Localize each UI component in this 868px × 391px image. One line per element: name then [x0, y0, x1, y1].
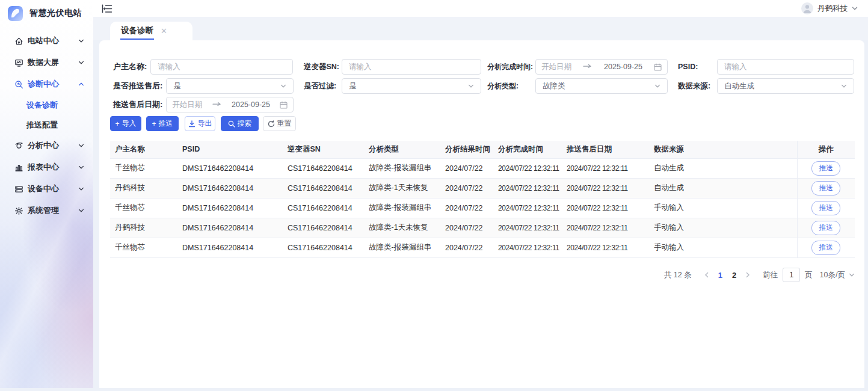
calendar-icon: [280, 101, 288, 109]
prev-page-icon[interactable]: [704, 272, 710, 278]
plus-icon: +: [115, 120, 119, 128]
chevron-down-icon: [78, 164, 84, 170]
filter-pushed: 是否推送售后: 是: [113, 78, 294, 94]
filtered-label: 是否过滤:: [304, 81, 340, 91]
table-cell: CS1716462208414: [283, 158, 364, 178]
diagnosis-table: 户主名称PSID逆变器SN分析类型分析结果时间分析完成时间推送售后日期数据来源操…: [110, 141, 855, 258]
import-button[interactable]: +导入: [110, 116, 141, 131]
chevron-up-icon: [78, 81, 84, 87]
owner-name-input[interactable]: 请输入: [150, 59, 293, 75]
table-cell: 故障类-1天未恢复: [364, 178, 440, 198]
push-date-label: 推送售后日期:: [113, 99, 162, 110]
owner-name-label: 户主名称:: [113, 61, 147, 72]
tab-bar: 设备诊断 ✕: [93, 17, 868, 40]
end-date-value: 2025-09-25: [604, 63, 642, 71]
table-cell: 自动生成: [649, 158, 797, 178]
reset-button[interactable]: 重置: [263, 116, 296, 131]
column-header: 分析类型: [364, 141, 440, 158]
tab-close-icon[interactable]: ✕: [161, 27, 167, 35]
row-push-button[interactable]: 推送: [811, 181, 840, 196]
page-size-value: 10条/页: [820, 270, 845, 280]
user-menu[interactable]: 丹鹤科技: [801, 2, 858, 14]
page-1[interactable]: 1: [718, 271, 722, 280]
system-icon: [14, 206, 23, 215]
sidebar-item-1[interactable]: 数据大屏: [0, 52, 93, 73]
row-push-button[interactable]: 推送: [811, 201, 840, 215]
data-source-select[interactable]: 自动生成: [717, 78, 854, 94]
tab-device-diagnosis[interactable]: 设备诊断 ✕: [110, 22, 192, 40]
table-cell-actions: 推送: [797, 158, 855, 178]
push-button[interactable]: +推送: [146, 116, 179, 131]
push-date-range[interactable]: 开始日期 2025-09-25: [166, 97, 294, 112]
user-name: 丹鹤科技: [817, 4, 848, 14]
table-header-row: 户主名称PSID逆变器SN分析类型分析结果时间分析完成时间推送售后日期数据来源操…: [110, 141, 855, 158]
psid-label: PSID:: [678, 63, 713, 71]
chevron-down-icon: [78, 186, 84, 192]
table-cell: 2024/07/22 12:32:11: [493, 178, 562, 198]
table-cell: 2024/07/22: [440, 158, 493, 178]
chevron-down-icon: [78, 60, 84, 66]
row-push-button[interactable]: 推送: [811, 161, 840, 176]
column-header: 逆变器SN: [283, 141, 364, 158]
analysis-icon: [14, 141, 23, 150]
column-header: PSID: [177, 141, 283, 158]
sidebar-item-label: 设备中心: [28, 183, 78, 194]
start-date-placeholder: 开始日期: [172, 100, 202, 110]
chevron-down-icon: [468, 83, 474, 89]
inverter-sn-input[interactable]: 请输入: [342, 59, 481, 75]
chevron-down-icon: [280, 83, 286, 89]
range-arrow-icon: [212, 102, 222, 108]
table-cell: DMS1716462208414: [177, 238, 283, 257]
analysis-done-time-label: 分析完成时间:: [487, 62, 534, 72]
table-row: 千丝物芯DMS1716462208414CS1716462208414故障类-报…: [110, 198, 855, 218]
goto-label: 前往: [763, 270, 778, 280]
page-2[interactable]: 2: [732, 271, 736, 280]
sidebar-menu: 电站中心数据大屏诊断中心设备诊断推送配置分析中心报表中心设备中心系统管理: [0, 30, 93, 221]
goto-page-input[interactable]: 1: [783, 268, 800, 282]
filter-data-source: 数据来源: 自动生成: [678, 78, 854, 94]
analysis-done-time-range[interactable]: 开始日期 2025-09-25: [535, 59, 668, 75]
sidebar-item-6[interactable]: 系统管理: [0, 200, 93, 221]
pushed-value: 是: [173, 81, 181, 91]
row-push-button[interactable]: 推送: [811, 241, 840, 255]
table-cell: 手动输入: [649, 198, 797, 218]
filter-owner-name: 户主名称: 请输入: [113, 59, 293, 75]
collapse-sidebar-icon[interactable]: [102, 4, 112, 13]
plus-icon: +: [152, 120, 156, 128]
page-size-select[interactable]: 10条/页: [820, 270, 855, 280]
column-header: 户主名称: [110, 141, 177, 158]
table-cell: 2024/07/22 12:32:11: [493, 238, 562, 257]
sidebar-item-3[interactable]: 分析中心: [0, 135, 93, 156]
sidebar-item-2[interactable]: 诊断中心: [0, 73, 93, 95]
brand: 智慧光伏电站: [0, 0, 93, 26]
table-cell: DMS1716462208414: [177, 198, 283, 218]
analysis-type-value: 故障类: [543, 81, 565, 91]
topbar: 丹鹤科技: [93, 0, 868, 17]
table-cell: CS1716462208414: [283, 178, 364, 198]
table-row: 千丝物芯DMS1716462208414CS1716462208414故障类-报…: [110, 238, 855, 257]
page-unit-label: 页: [805, 270, 813, 280]
analysis-type-select[interactable]: 故障类: [535, 78, 668, 94]
next-page-icon[interactable]: [745, 272, 751, 278]
sidebar-subitem-label: 推送配置: [26, 120, 58, 131]
psid-input[interactable]: 请输入: [717, 59, 854, 75]
end-date-value: 2025-09-25: [232, 100, 270, 109]
pushed-select[interactable]: 是: [166, 78, 294, 94]
psid-placeholder: 请输入: [724, 62, 747, 72]
table-cell: 故障类-报装漏组串: [364, 238, 440, 257]
sidebar-item-4[interactable]: 报表中心: [0, 156, 93, 178]
table-body: 千丝物芯DMS1716462208414CS1716462208414故障类-报…: [110, 158, 855, 257]
export-button[interactable]: 导出: [185, 116, 215, 131]
sidebar-subitem-0[interactable]: 设备诊断: [0, 95, 93, 115]
sidebar-subitem-1[interactable]: 推送配置: [0, 115, 93, 135]
sidebar-item-5[interactable]: 设备中心: [0, 178, 93, 200]
avatar: [801, 2, 813, 14]
reset-label: 重置: [277, 119, 292, 129]
table-cell: CS1716462208414: [283, 238, 364, 257]
table-cell: CS1716462208414: [283, 218, 364, 238]
row-push-button[interactable]: 推送: [811, 221, 840, 235]
filtered-select[interactable]: 是: [342, 78, 481, 94]
table-cell: 故障类-报装漏组串: [364, 198, 440, 218]
sidebar-item-0[interactable]: 电站中心: [0, 30, 93, 52]
search-button[interactable]: 搜索: [221, 116, 259, 131]
